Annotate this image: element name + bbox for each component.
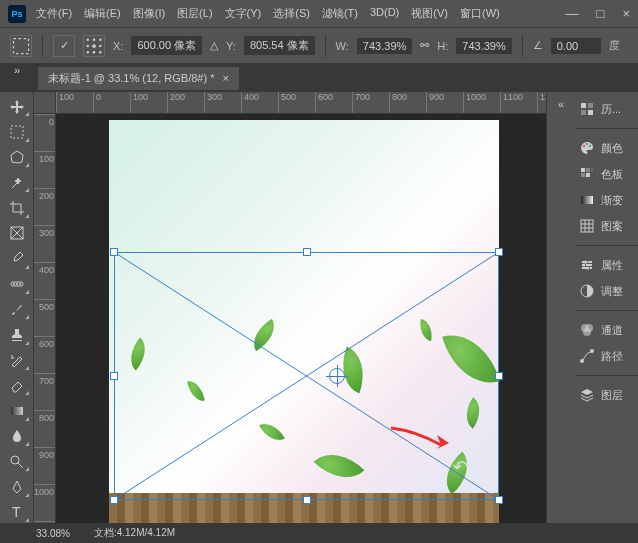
- y-label: Y:: [226, 40, 236, 52]
- stamp-tool[interactable]: [4, 324, 30, 345]
- close-button[interactable]: ×: [622, 6, 630, 21]
- panel-collapse-icon[interactable]: «: [558, 98, 564, 110]
- minimize-button[interactable]: —: [566, 6, 579, 21]
- svg-rect-23: [581, 110, 586, 115]
- menu-image[interactable]: 图像(I): [133, 6, 165, 21]
- properties-panel[interactable]: 属性: [575, 252, 638, 278]
- menu-3d[interactable]: 3D(D): [370, 6, 399, 21]
- transform-icon[interactable]: [10, 35, 32, 57]
- h-value[interactable]: 743.39%: [456, 38, 511, 54]
- svg-rect-21: [581, 103, 586, 108]
- svg-point-9: [99, 51, 102, 54]
- svg-rect-28: [581, 168, 585, 172]
- menu-edit[interactable]: 编辑(E): [84, 6, 121, 21]
- svg-rect-16: [11, 407, 23, 415]
- document-size[interactable]: 文档:4.12M/4.12M: [94, 526, 175, 540]
- svg-rect-22: [588, 103, 593, 108]
- move-tool[interactable]: [4, 96, 30, 117]
- layers-panel[interactable]: 图层: [575, 382, 638, 408]
- crop-tool[interactable]: [4, 197, 30, 218]
- ruler-horizontal[interactable]: 1000100200300400500600700800900100011001…: [56, 92, 546, 114]
- svg-rect-33: [581, 196, 593, 204]
- eraser-tool[interactable]: [4, 375, 30, 396]
- transform-handle-bm[interactable]: [303, 496, 311, 504]
- svg-point-27: [589, 145, 591, 147]
- brush-tool[interactable]: [4, 299, 30, 320]
- svg-rect-29: [586, 168, 590, 172]
- menu-filter[interactable]: 滤镜(T): [322, 6, 358, 21]
- rotate-cursor-icon: ↶: [453, 456, 468, 478]
- svg-point-36: [583, 264, 586, 267]
- healing-tool[interactable]: [4, 274, 30, 295]
- svg-point-17: [11, 456, 19, 464]
- reference-point-grid[interactable]: [83, 35, 105, 57]
- w-value[interactable]: 743.39%: [357, 38, 412, 54]
- svg-point-5: [92, 44, 96, 48]
- options-bar: ✓ X: 600.00 像素 △ Y: 805.54 像素 W: 743.39%…: [0, 28, 638, 64]
- expand-toolbar-icon[interactable]: »: [14, 64, 20, 76]
- svg-point-6: [99, 44, 102, 47]
- menu-layer[interactable]: 图层(L): [177, 6, 212, 21]
- menu-window[interactable]: 窗口(W): [460, 6, 500, 21]
- marquee-tool[interactable]: [4, 121, 30, 142]
- svg-point-35: [585, 261, 588, 264]
- svg-rect-32: [586, 173, 590, 177]
- menu-type[interactable]: 文字(Y): [225, 6, 262, 21]
- svg-point-1: [87, 38, 90, 41]
- history-brush-tool[interactable]: [4, 350, 30, 371]
- svg-point-4: [87, 44, 90, 47]
- angle-value[interactable]: 0.00: [551, 38, 601, 54]
- lasso-tool[interactable]: [4, 147, 30, 168]
- delta-icon[interactable]: △: [210, 39, 218, 52]
- maximize-button[interactable]: □: [597, 6, 605, 21]
- menu-file[interactable]: 文件(F): [36, 6, 72, 21]
- svg-rect-34: [581, 220, 593, 232]
- tools-panel: T: [0, 92, 34, 523]
- menu-select[interactable]: 选择(S): [273, 6, 310, 21]
- menu-bar: 文件(F) 编辑(E) 图像(I) 图层(L) 文字(Y) 选择(S) 滤镜(T…: [36, 6, 566, 21]
- wand-tool[interactable]: [4, 172, 30, 193]
- document-tab[interactable]: 未标题-1 @ 33.1% (12, RGB/8#) * ×: [38, 67, 239, 90]
- menu-view[interactable]: 视图(V): [411, 6, 448, 21]
- adjustments-panel[interactable]: 调整: [575, 278, 638, 304]
- gradient-tool[interactable]: [4, 400, 30, 421]
- blur-tool[interactable]: [4, 426, 30, 447]
- frame-tool[interactable]: [4, 223, 30, 244]
- document-tab-title: 未标题-1 @ 33.1% (12, RGB/8#) *: [48, 71, 214, 86]
- eyedropper-tool[interactable]: [4, 248, 30, 269]
- gradients-panel[interactable]: 渐变: [575, 187, 638, 213]
- transform-handle-tr[interactable]: [495, 248, 503, 256]
- transform-handle-tl[interactable]: [110, 248, 118, 256]
- transform-handle-ml[interactable]: [110, 372, 118, 380]
- color-panel[interactable]: 颜色: [575, 135, 638, 161]
- transform-handle-bl[interactable]: [110, 496, 118, 504]
- patterns-panel[interactable]: 图案: [575, 213, 638, 239]
- ruler-vertical[interactable]: 010020030040050060070080090010001100: [34, 114, 56, 523]
- transform-handle-mr[interactable]: [495, 372, 503, 380]
- swatches-panel[interactable]: 色板: [575, 161, 638, 187]
- channels-panel[interactable]: 通道: [575, 317, 638, 343]
- x-value[interactable]: 600.00 像素: [131, 36, 202, 55]
- window-controls: — □ ×: [566, 6, 630, 21]
- svg-point-2: [93, 38, 96, 41]
- pen-tool[interactable]: [4, 476, 30, 497]
- type-tool[interactable]: T: [4, 502, 30, 523]
- transform-bounding-box[interactable]: [114, 252, 499, 500]
- reference-point-toggle[interactable]: ✓: [53, 35, 75, 57]
- svg-point-41: [583, 328, 591, 336]
- zoom-level[interactable]: 33.08%: [36, 528, 70, 539]
- close-tab-icon[interactable]: ×: [222, 72, 228, 84]
- link-icon[interactable]: ⚯: [420, 39, 429, 52]
- transform-handle-tm[interactable]: [303, 248, 311, 256]
- x-label: X:: [113, 40, 123, 52]
- svg-point-13: [13, 283, 15, 285]
- ruler-origin[interactable]: [34, 92, 56, 114]
- history-panel[interactable]: 历...: [575, 96, 638, 122]
- y-value[interactable]: 805.54 像素: [244, 36, 315, 55]
- transform-handle-br[interactable]: [495, 496, 503, 504]
- angle-label: ∠: [533, 39, 543, 52]
- svg-point-37: [587, 267, 590, 270]
- paths-panel[interactable]: 路径: [575, 343, 638, 369]
- svg-point-7: [87, 51, 90, 54]
- dodge-tool[interactable]: [4, 451, 30, 472]
